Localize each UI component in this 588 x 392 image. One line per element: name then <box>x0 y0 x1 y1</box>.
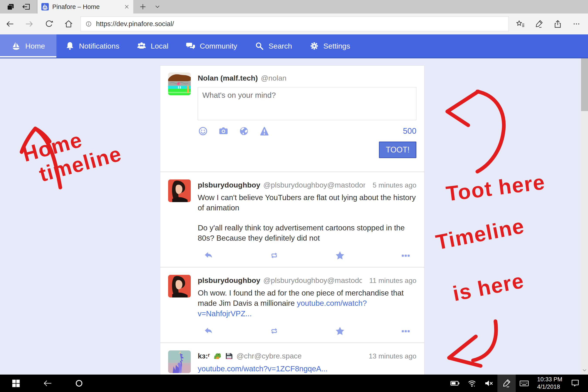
home-button[interactable] <box>59 14 78 34</box>
nav-label: Home <box>25 42 45 50</box>
tab-list-chevron-icon[interactable] <box>154 4 160 10</box>
touch-keyboard-icon[interactable] <box>516 374 533 392</box>
nav-item-search[interactable]: Search <box>246 34 301 58</box>
wifi-icon[interactable] <box>464 374 480 392</box>
timeline-post[interactable]: plsburydoughboy @plsburydoughboy@mastodo… <box>168 268 416 342</box>
timeline-column: Nolan (malf.tech) @nolan 500 TOOT! <box>160 65 424 374</box>
annotation-toot-here: Toot here <box>445 170 546 206</box>
browser-tab-active[interactable]: Pinafore – Home <box>38 0 133 14</box>
post-display-name: kз:ʳ <box>198 352 210 360</box>
tab-title: Pinafore – Home <box>52 3 121 10</box>
nav-label: Settings <box>324 42 350 50</box>
post-display-name: plsburydoughboy <box>198 181 260 189</box>
post-link[interactable]: youtube.com/watch?v=1ZCF8ngqeA... <box>198 364 328 373</box>
compose-handle: @nolan <box>261 74 286 82</box>
people-icon <box>137 41 146 51</box>
taskbar-back-button[interactable] <box>32 374 63 392</box>
post-timestamp: 5 minutes ago <box>368 181 416 189</box>
tab-actions <box>133 0 166 14</box>
floppy-disk-emoji <box>225 352 234 360</box>
nav-label: Search <box>268 42 292 50</box>
reply-icon[interactable] <box>204 326 214 336</box>
action-center-icon[interactable] <box>567 374 584 392</box>
windows-taskbar: 10:33 PM 4/1/2018 <box>0 374 588 392</box>
close-tab-icon[interactable] <box>124 4 129 9</box>
dragon-emoji <box>213 352 222 360</box>
post-handle: @chr@cybre.space <box>236 352 302 360</box>
browser-toolbar: https://dev.pinafore.social/ <box>0 14 588 34</box>
page-content: Nolan (malf.tech) @nolan 500 TOOT! <box>0 58 588 374</box>
scrollbar-thumb[interactable] <box>581 58 588 111</box>
share-icon[interactable] <box>548 14 567 34</box>
timeline-post[interactable]: plsburydoughboy @plsburydoughboy@mastodo… <box>168 172 416 267</box>
timeline-arrow <box>473 321 496 360</box>
nav-label: Local <box>151 42 168 50</box>
compose-box: Nolan (malf.tech) @nolan 500 TOOT! <box>168 66 416 172</box>
battery-icon[interactable] <box>446 374 464 392</box>
more-options-icon[interactable] <box>567 14 586 34</box>
nav-item-settings[interactable]: Settings <box>301 34 359 58</box>
avatar <box>168 72 191 95</box>
timeline-arrow-head <box>449 358 481 366</box>
bell-icon <box>65 41 75 51</box>
toot-button[interactable]: TOOT! <box>379 142 416 158</box>
more-actions-icon[interactable] <box>401 326 411 336</box>
attach-media-icon[interactable] <box>218 126 229 136</box>
gear-icon <box>310 41 319 51</box>
cortana-button[interactable] <box>63 374 95 392</box>
favorite-star-icon[interactable] <box>335 250 345 260</box>
boost-icon[interactable] <box>269 250 279 260</box>
tabs-preview-icon[interactable] <box>6 2 15 11</box>
browser-tab-bar: Pinafore – Home <box>0 0 588 14</box>
search-icon <box>254 41 264 51</box>
nav-item-local[interactable]: Local <box>128 34 177 58</box>
nav-item-home[interactable]: Home <box>0 34 56 58</box>
back-button[interactable] <box>0 14 20 34</box>
post-privacy-globe-icon[interactable] <box>239 126 249 136</box>
content-warning-icon[interactable] <box>259 126 270 136</box>
favorite-star-icon[interactable] <box>335 326 345 336</box>
web-note-pen-icon[interactable] <box>530 14 548 34</box>
scrollbar-down-arrow-icon[interactable] <box>582 368 587 373</box>
refresh-button[interactable] <box>39 14 59 34</box>
post-actions <box>198 250 416 260</box>
post-body: Oh wow. I found the ad for the one piece… <box>198 288 416 318</box>
clock-time: 10:33 PM <box>537 376 562 383</box>
more-actions-icon[interactable] <box>401 250 411 260</box>
screenshot-root: Pinafore – Home https://dev.pinafore.soc… <box>0 0 588 392</box>
sailboat-home-icon <box>11 41 21 51</box>
address-bar[interactable]: https://dev.pinafore.social/ <box>80 16 509 31</box>
pinafore-favicon <box>42 3 49 10</box>
compose-input[interactable] <box>198 87 416 120</box>
post-display-name: plsburydoughboy <box>198 276 260 285</box>
page-scrollbar[interactable] <box>581 58 588 374</box>
emoji-picker-icon[interactable] <box>198 126 208 136</box>
url-text[interactable]: https://dev.pinafore.social/ <box>96 20 174 28</box>
edge-window-buttons <box>0 0 38 14</box>
pinafore-nav-bar: Home Notifications Local Community Searc… <box>0 34 588 58</box>
toot-arrow <box>477 92 504 172</box>
nav-item-notifications[interactable]: Notifications <box>56 34 128 58</box>
forward-button[interactable] <box>20 14 39 34</box>
post-handle: @plsburydoughboy@mastodon.s... <box>263 276 362 285</box>
nav-item-community[interactable]: Community <box>177 34 246 58</box>
post-handle: @plsburydoughboy@mastodon.so... <box>263 181 365 189</box>
avatar <box>168 180 191 202</box>
taskbar-clock[interactable]: 10:33 PM 4/1/2018 <box>537 376 562 391</box>
site-info-icon[interactable] <box>85 20 92 28</box>
reply-icon[interactable] <box>204 250 214 260</box>
annotation-timeline-is-here-line1: Timeline <box>434 214 526 254</box>
compose-display-name: Nolan (malf.tech) <box>198 74 258 82</box>
favorites-hub-icon[interactable] <box>511 14 530 34</box>
nav-label: Community <box>200 42 237 50</box>
new-tab-icon[interactable] <box>140 3 146 10</box>
timeline-arrow-head <box>449 336 476 358</box>
timeline-post[interactable]: kз:ʳ @chr@cybre.space 13 minutes ago you… <box>168 343 416 374</box>
annotation-timeline-is-here-line2: is here <box>451 268 526 306</box>
boost-icon[interactable] <box>269 326 279 336</box>
volume-muted-icon[interactable] <box>480 374 498 392</box>
windows-ink-pen-icon[interactable] <box>498 374 516 392</box>
set-tabs-aside-icon[interactable] <box>22 2 30 11</box>
start-button[interactable] <box>0 374 32 392</box>
avatar <box>168 350 191 373</box>
